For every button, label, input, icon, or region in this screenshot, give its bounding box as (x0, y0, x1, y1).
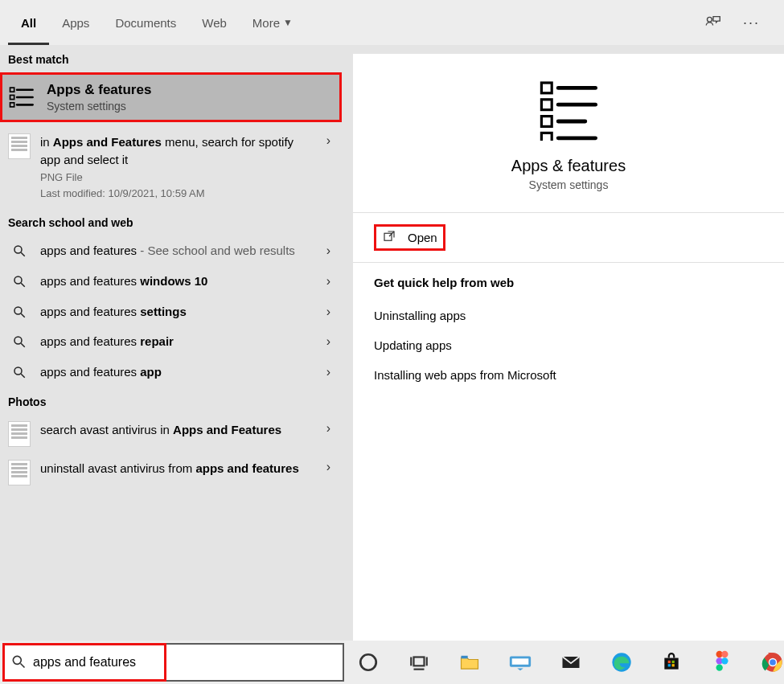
svg-point-49 (716, 665, 723, 671)
search-icon (8, 334, 31, 349)
png-result-row[interactable]: in Apps and Features menu, search for sp… (0, 122, 342, 208)
png-result-title: in Apps and Features menu, search for sp… (40, 133, 314, 169)
web-result-text: apps and features app (40, 363, 314, 381)
search-icon (8, 365, 31, 379)
chevron-down-icon: ▼ (283, 17, 293, 28)
apps-features-list-icon (8, 84, 35, 111)
svg-line-16 (21, 374, 25, 378)
web-result-row[interactable]: apps and features settings › (0, 297, 342, 327)
svg-line-10 (21, 283, 25, 287)
best-match-item[interactable]: Apps & features System settings (0, 72, 342, 122)
svg-rect-40 (665, 658, 679, 670)
search-box[interactable] (2, 643, 344, 682)
photo-result-text: search avast antivirus in Apps and Featu… (40, 421, 314, 439)
edge-icon[interactable] (610, 650, 634, 674)
svg-rect-21 (541, 117, 552, 127)
cortana-icon[interactable] (357, 650, 380, 674)
best-match-title: Apps & features (47, 82, 151, 98)
document-thumbnail-icon (8, 133, 31, 159)
bottom-bar (0, 641, 784, 684)
taskbar (352, 641, 784, 684)
svg-rect-1 (10, 88, 14, 92)
web-result-row[interactable]: apps and features app › (0, 357, 342, 387)
chrome-icon[interactable] (761, 650, 784, 674)
png-result-filetype: PNG File (40, 170, 314, 186)
chevron-right-icon[interactable]: › (323, 365, 334, 379)
svg-rect-17 (541, 83, 552, 93)
svg-point-28 (13, 656, 21, 664)
document-thumbnail-icon (8, 460, 31, 485)
tab-more-label: More (252, 16, 280, 30)
chevron-right-icon[interactable]: › (323, 421, 334, 436)
svg-rect-25 (541, 133, 552, 141)
open-external-icon (382, 229, 396, 246)
chevron-right-icon[interactable]: › (323, 274, 334, 289)
apps-features-large-icon (536, 76, 601, 141)
preview-subtitle: System settings (529, 178, 609, 191)
svg-point-15 (14, 367, 22, 375)
help-link-install-web[interactable]: Installing web apps from Microsoft (374, 360, 763, 390)
section-school-web: Search school and web (0, 208, 342, 236)
best-match-subtitle: System settings (47, 100, 151, 113)
mail-icon[interactable] (560, 650, 583, 674)
web-result-row[interactable]: apps and features windows 10 › (0, 266, 342, 297)
virtual-keyboard-icon[interactable] (508, 650, 532, 674)
svg-point-7 (14, 246, 22, 253)
png-result-modified: Last modified: 10/9/2021, 10:59 AM (40, 186, 314, 202)
tab-more[interactable]: More ▼ (240, 0, 306, 45)
chevron-right-icon[interactable]: › (323, 460, 334, 474)
web-result-row[interactable]: apps and features repair › (0, 326, 342, 357)
tab-apps[interactable]: Apps (49, 0, 102, 45)
chevron-right-icon[interactable]: › (323, 334, 334, 349)
svg-rect-43 (668, 664, 671, 666)
tab-documents[interactable]: Documents (102, 0, 189, 45)
task-view-icon[interactable] (408, 650, 431, 674)
search-icon (8, 274, 31, 289)
quick-help-header: Get quick help from web (374, 276, 763, 289)
svg-point-30 (361, 654, 377, 670)
svg-line-12 (21, 313, 25, 317)
chevron-right-icon[interactable]: › (323, 133, 334, 148)
tab-all[interactable]: All (8, 0, 49, 45)
preview-title: Apps & features (511, 157, 626, 175)
svg-rect-42 (672, 661, 675, 663)
search-input[interactable] (33, 655, 336, 670)
svg-point-48 (721, 657, 728, 664)
photo-result-row[interactable]: uninstall avast antivirus from apps and … (0, 453, 342, 492)
chevron-right-icon[interactable]: › (323, 305, 334, 319)
web-result-text: apps and features - See school and web r… (40, 242, 314, 260)
figma-icon[interactable] (711, 650, 734, 674)
section-photos: Photos (0, 387, 342, 415)
document-thumbnail-icon (8, 421, 31, 447)
content-area: Best match Apps & features System settin… (0, 45, 784, 641)
search-icon (8, 244, 31, 258)
photo-result-text: uninstall avast antivirus from apps and … (40, 460, 314, 477)
svg-point-9 (14, 276, 22, 284)
svg-rect-3 (10, 95, 14, 99)
open-button[interactable]: Open (374, 224, 445, 251)
photo-result-row[interactable]: search avast antivirus in Apps and Featu… (0, 415, 342, 453)
svg-rect-5 (10, 103, 14, 107)
open-action-row: Open (353, 213, 784, 263)
help-link-update[interactable]: Updating apps (374, 330, 763, 360)
svg-rect-31 (413, 657, 424, 666)
section-best-match: Best match (0, 45, 342, 72)
svg-rect-19 (541, 100, 552, 110)
help-link-uninstall[interactable]: Uninstalling apps (374, 301, 763, 330)
svg-point-11 (14, 307, 22, 314)
svg-rect-35 (461, 656, 467, 659)
svg-point-13 (14, 337, 22, 344)
svg-point-46 (721, 651, 728, 657)
open-label: Open (408, 231, 437, 244)
feedback-icon[interactable] (704, 13, 722, 33)
file-explorer-icon[interactable] (458, 650, 481, 674)
svg-rect-41 (668, 661, 671, 663)
web-result-row[interactable]: apps and features - See school and web r… (0, 236, 342, 266)
web-result-text: apps and features settings (40, 303, 314, 321)
svg-line-8 (21, 252, 25, 256)
microsoft-store-icon[interactable] (660, 650, 683, 674)
tab-web[interactable]: Web (189, 0, 240, 45)
more-options-icon[interactable]: ··· (743, 14, 760, 31)
chevron-right-icon[interactable]: › (323, 244, 334, 258)
quick-help-section: Get quick help from web Uninstalling app… (353, 263, 784, 395)
